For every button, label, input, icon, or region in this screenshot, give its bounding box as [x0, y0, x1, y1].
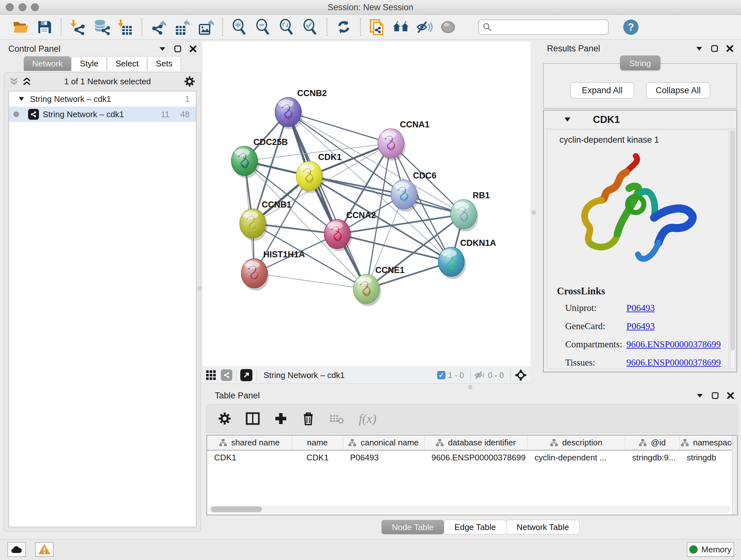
- tab-sets[interactable]: Sets: [147, 56, 181, 71]
- collapse-all-icon[interactable]: [10, 77, 18, 86]
- column-header-namespace[interactable]: namespace: [680, 435, 737, 450]
- network-node-CDC6[interactable]: [391, 180, 419, 212]
- tab-network-table[interactable]: Network Table: [506, 520, 580, 535]
- maximize-panel-icon[interactable]: [712, 392, 719, 399]
- network-options-gear-icon[interactable]: [184, 76, 195, 87]
- main-toolbar: ?: [0, 15, 741, 40]
- network-row-selected[interactable]: String Network – cdk1 11 48: [9, 107, 196, 122]
- node-count: 11: [161, 110, 170, 119]
- network-node-CCNA1[interactable]: [378, 129, 406, 161]
- column-header-canonical-name[interactable]: canonical name: [343, 435, 424, 450]
- network-node-CDC25B[interactable]: [231, 146, 259, 178]
- tab-edge-table[interactable]: Edge Table: [444, 520, 507, 535]
- open-session-icon[interactable]: [12, 19, 29, 36]
- toolbar-separator: [256, 369, 257, 381]
- birds-eye-view-icon[interactable]: [205, 370, 216, 381]
- network-edge-HIST1H1A-CCNE1[interactable]: [254, 273, 366, 289]
- float-panel-icon[interactable]: [696, 46, 703, 51]
- warning-button[interactable]: [35, 542, 54, 557]
- cell-id[interactable]: stringdb:9...: [625, 450, 680, 465]
- cell-name[interactable]: CDK1: [292, 450, 343, 465]
- crosslink-tissues-link[interactable]: 9606.ENSP00000378699: [626, 357, 721, 368]
- cloud-button[interactable]: [7, 542, 26, 557]
- selected-nodes-checkbox[interactable]: ✓: [437, 371, 446, 379]
- tab-node-table[interactable]: Node Table: [381, 520, 444, 535]
- table-horizontal-scrollbar[interactable]: [208, 506, 731, 513]
- add-column-icon[interactable]: [274, 412, 287, 425]
- network-node-CDK1[interactable]: [296, 161, 324, 193]
- zoom-fit-icon[interactable]: [278, 19, 295, 36]
- expand-all-button[interactable]: Expand All: [570, 82, 634, 98]
- table-row[interactable]: CDK1 CDK1 P06493 9606.ENSP00000378699 cy…: [207, 450, 737, 465]
- network-canvas[interactable]: CCNB2CCNA1CDC25BCDK1CDC6RB1CCNB1CCNA2CDK…: [202, 42, 530, 367]
- delete-column-icon[interactable]: [302, 412, 315, 426]
- network-node-RB1[interactable]: [451, 199, 478, 232]
- table-vertical-scrollbar[interactable]: [732, 435, 737, 515]
- save-session-icon[interactable]: [36, 19, 53, 36]
- right-splitter-handle[interactable]: [532, 210, 536, 214]
- network-edge-CCNB2-CCNA1[interactable]: [288, 112, 391, 143]
- cell-canonical-name[interactable]: P06493: [343, 450, 424, 465]
- close-panel-icon[interactable]: [727, 392, 734, 399]
- split-panel-icon[interactable]: [246, 412, 260, 426]
- network-collection-row[interactable]: String Network – cdk1 1: [9, 91, 196, 107]
- table-settings-gear-icon[interactable]: [218, 412, 231, 425]
- import-network-database-icon[interactable]: [93, 19, 110, 36]
- apply-layout-icon[interactable]: [335, 19, 352, 36]
- open-in-new-window-icon[interactable]: [240, 369, 253, 381]
- cell-shared-name[interactable]: CDK1: [207, 450, 292, 465]
- network-node-CCNB2[interactable]: [275, 98, 303, 129]
- expand-all-icon[interactable]: [23, 77, 31, 86]
- column-header-shared-name[interactable]: shared name: [207, 435, 292, 450]
- column-header-name[interactable]: name: [292, 435, 343, 450]
- hide-selected-icon[interactable]: [416, 19, 433, 36]
- maximize-panel-icon[interactable]: [174, 45, 181, 52]
- float-panel-icon[interactable]: [159, 47, 166, 51]
- left-splitter-handle[interactable]: [198, 287, 202, 291]
- column-header-id[interactable]: @id: [625, 435, 680, 450]
- crosslink-uniprot-link[interactable]: P06493: [626, 303, 655, 313]
- network-node-HIST1H1A[interactable]: [241, 259, 269, 291]
- help-icon[interactable]: ?: [623, 19, 638, 35]
- network-node-CDKN1A[interactable]: [438, 247, 466, 279]
- zoom-out-icon[interactable]: [255, 19, 271, 36]
- column-header-description[interactable]: description: [528, 435, 625, 450]
- crosslink-genecard-link[interactable]: P06493: [626, 321, 655, 331]
- search-field[interactable]: [478, 19, 609, 35]
- cell-database-identifier[interactable]: 9606.ENSP00000378699: [424, 450, 528, 465]
- network-node-CCNE1[interactable]: [353, 274, 381, 306]
- column-header-database-identifier[interactable]: database identifier: [424, 435, 528, 450]
- tab-select[interactable]: Select: [107, 56, 147, 71]
- show-all-icon[interactable]: [440, 19, 456, 36]
- zoom-selected-icon[interactable]: [302, 19, 319, 36]
- network-node-CCNA2[interactable]: [324, 219, 352, 251]
- import-table-file-icon[interactable]: [117, 19, 133, 36]
- crosslink-compartments-link[interactable]: 9606.ENSP00000378699: [626, 339, 721, 350]
- fit-content-crosshair-icon[interactable]: [515, 369, 527, 381]
- import-network-file-icon[interactable]: [70, 19, 86, 36]
- copy-network-icon[interactable]: [369, 19, 386, 36]
- memory-button[interactable]: Memory: [687, 542, 734, 557]
- collapse-all-button[interactable]: Collapse All: [646, 82, 710, 98]
- tab-style[interactable]: Style: [71, 56, 107, 71]
- first-neighbors-icon[interactable]: [393, 19, 409, 36]
- tab-string[interactable]: String: [620, 56, 660, 70]
- zoom-in-icon[interactable]: [231, 19, 248, 36]
- export-table-icon[interactable]: [174, 19, 191, 36]
- float-panel-icon[interactable]: [696, 393, 703, 398]
- section-expander-icon[interactable]: [564, 117, 570, 122]
- close-panel-icon[interactable]: [726, 45, 733, 52]
- export-image-icon[interactable]: [198, 19, 214, 36]
- cell-description[interactable]: cyclin-dependent ...: [528, 450, 625, 465]
- network-edge-CCNB2-CCNE1[interactable]: [288, 112, 366, 289]
- results-scrollbar[interactable]: [730, 130, 735, 369]
- tab-network[interactable]: Network: [23, 56, 71, 71]
- share-network-icon[interactable]: [221, 369, 232, 381]
- tree-expander-icon[interactable]: [18, 97, 24, 101]
- close-panel-icon[interactable]: [190, 45, 197, 52]
- search-input[interactable]: [492, 22, 604, 32]
- maximize-panel-icon[interactable]: [711, 45, 718, 52]
- cell-namespace[interactable]: stringdb: [680, 450, 737, 465]
- hidden-items-eye-icon[interactable]: [475, 371, 485, 380]
- export-network-icon[interactable]: [150, 19, 167, 36]
